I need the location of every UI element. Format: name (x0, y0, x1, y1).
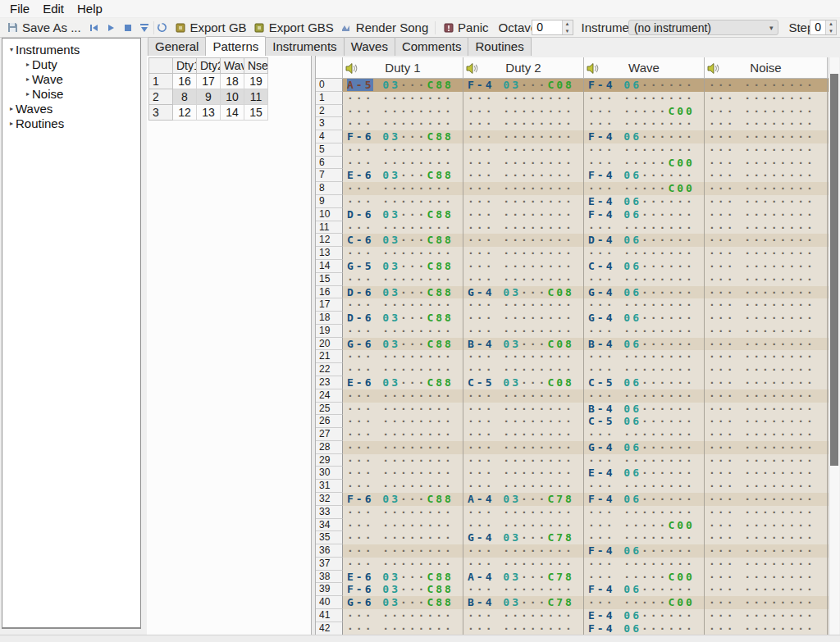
instrument-field[interactable]: ·· (503, 143, 521, 156)
effect1-field[interactable]: ··· (641, 208, 668, 221)
note-field[interactable]: ··· (468, 130, 494, 143)
effect1-field[interactable]: ··· (400, 169, 427, 181)
note-field[interactable]: F-6 (347, 493, 373, 505)
note-field[interactable]: F-6 (347, 130, 373, 143)
note-field[interactable]: ··· (468, 609, 494, 622)
tracker-cell[interactable]: ··· ········ (463, 195, 584, 208)
note-field[interactable]: C-5 (468, 376, 494, 389)
tracker-cell[interactable]: F-6 03···C88 (343, 583, 463, 596)
effect1-field[interactable]: ··· (641, 480, 668, 492)
effect2-field[interactable]: ··· (788, 350, 815, 362)
effect1-field[interactable]: ··· (400, 403, 427, 415)
effect1-field[interactable]: ··· (521, 531, 547, 544)
tracker-cell[interactable]: ··· ········ (584, 531, 705, 544)
effect2-field[interactable]: ··· (788, 609, 815, 622)
effect1-field[interactable]: ··· (641, 130, 668, 143)
tracker-cell[interactable]: E-6 03···C88 (343, 376, 463, 389)
note-field[interactable]: ··· (468, 143, 494, 156)
tracker-cell[interactable]: ··· ········ (705, 609, 828, 622)
instrument-field[interactable]: ·· (623, 273, 641, 285)
effect2-field[interactable]: ··· (668, 338, 694, 350)
instrument-field[interactable]: ·· (623, 571, 641, 583)
effect2-field[interactable]: ··· (788, 363, 815, 376)
effect1-field[interactable]: ··· (641, 105, 668, 117)
instrument-field[interactable]: ·· (744, 338, 762, 350)
effect1-field[interactable]: ··· (400, 493, 427, 505)
effect1-field[interactable]: ··· (400, 195, 427, 207)
note-field[interactable]: ··· (709, 558, 735, 570)
row-number[interactable]: 14 (316, 260, 343, 273)
effect1-field[interactable]: ··· (641, 415, 668, 427)
tracker-cell[interactable]: A-5 03···C88 (343, 79, 463, 92)
instrument-field[interactable]: 03 (382, 583, 400, 595)
note-field[interactable]: G-4 (588, 312, 614, 324)
note-field[interactable]: ··· (468, 105, 494, 117)
effect2-field[interactable]: ··· (788, 273, 815, 285)
note-field[interactable]: ··· (347, 221, 373, 234)
note-field[interactable]: ··· (468, 544, 494, 557)
note-field[interactable]: ··· (468, 208, 494, 221)
effect2-field[interactable]: C08 (547, 376, 573, 389)
effect1-field[interactable]: ··· (521, 312, 547, 324)
effect2-field[interactable]: ··· (427, 622, 453, 635)
note-field[interactable]: ··· (588, 596, 614, 608)
effect1-field[interactable]: ··· (762, 286, 788, 298)
tracker-cell[interactable]: ··· ········ (343, 363, 463, 376)
instrument-field[interactable]: ·· (744, 441, 762, 453)
tracker-cell[interactable]: ··· ·····C00 (584, 571, 705, 584)
note-field[interactable]: ··· (709, 350, 735, 362)
instrument-field[interactable]: ·· (623, 182, 641, 194)
tracker-cell[interactable]: E-4 06······ (584, 609, 705, 622)
spinner-arrows-icon[interactable]: ▲▼ (562, 20, 573, 34)
effect2-field[interactable]: ··· (668, 363, 694, 376)
row-number[interactable]: 10 (316, 208, 343, 221)
expander-collapsed-icon[interactable]: ▸ (24, 75, 32, 83)
tracker-cell[interactable]: G-4 06······ (584, 441, 705, 454)
note-field[interactable]: ··· (709, 622, 735, 635)
instrument-field[interactable]: 06 (623, 234, 641, 246)
effect1-field[interactable]: ··· (400, 622, 427, 635)
tracker-cell[interactable]: ··· ········ (463, 583, 584, 596)
tracker-cell[interactable]: F-4 06······ (584, 169, 705, 182)
note-field[interactable]: F-4 (588, 130, 614, 143)
effect2-field[interactable]: ··· (788, 260, 815, 272)
effect1-field[interactable]: ··· (400, 130, 427, 143)
note-field[interactable]: ··· (468, 312, 494, 324)
pattern-number-cell[interactable]: 12 (173, 105, 197, 121)
instrument-field[interactable]: ·· (623, 558, 641, 570)
effect1-field[interactable]: ··· (641, 182, 668, 194)
tracker-cell[interactable]: ··· ········ (463, 403, 584, 416)
tracker-cell[interactable]: ··· ········ (343, 544, 463, 558)
effect2-field[interactable]: ··· (668, 286, 694, 298)
row-number[interactable]: 30 (316, 467, 343, 480)
note-field[interactable]: ··· (468, 454, 494, 467)
instrument-field[interactable]: ·· (623, 298, 641, 311)
row-number[interactable]: 7 (316, 169, 343, 182)
effect1-field[interactable]: ··· (641, 531, 668, 544)
instrument-dropdown[interactable]: (no instrument) ▾ (628, 20, 779, 35)
note-field[interactable]: ··· (347, 415, 373, 427)
instrument-field[interactable]: ·· (744, 92, 762, 104)
instrument-field[interactable]: 06 (623, 622, 641, 635)
tracker-cell[interactable]: ··· ········ (463, 298, 584, 312)
instrument-field[interactable]: 03 (503, 596, 521, 608)
instrument-field[interactable]: ·· (503, 117, 521, 130)
instrument-field[interactable]: ·· (382, 273, 400, 285)
tab-patterns[interactable]: Patterns (205, 36, 266, 56)
effect2-field[interactable]: ··· (427, 428, 453, 440)
tracker-cell[interactable]: D-6 03···C88 (343, 208, 463, 221)
note-field[interactable]: ··· (347, 506, 373, 518)
instrument-field[interactable]: 03 (382, 376, 400, 389)
effect1-field[interactable]: ··· (641, 221, 668, 234)
note-field[interactable]: ··· (347, 609, 373, 622)
instrument-field[interactable]: ·· (503, 273, 521, 285)
sidebar-item-wave[interactable]: ▸ Wave (2, 71, 140, 86)
note-field[interactable]: ··· (709, 609, 735, 622)
effect2-field[interactable]: ··· (427, 480, 453, 492)
row-number[interactable]: 35 (316, 531, 343, 544)
render-song-button[interactable]: Render Song (337, 19, 431, 37)
instrument-field[interactable]: 03 (503, 571, 521, 583)
note-field[interactable]: ··· (588, 531, 614, 544)
effect1-field[interactable]: ··· (762, 622, 788, 635)
effect2-field[interactable]: ··· (788, 506, 815, 518)
